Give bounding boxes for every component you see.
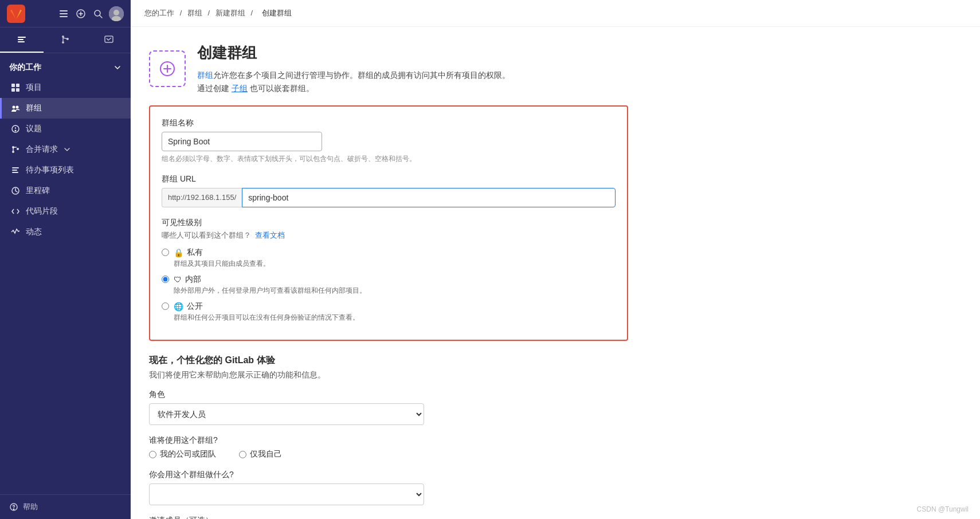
visibility-doc-link[interactable]: 查看文档	[255, 231, 285, 239]
url-field-group: http://192.168.1.155/	[162, 188, 616, 207]
sidebar-item-milestones[interactable]: 里程碑	[0, 180, 131, 201]
group-url-group: 群组 URL http://192.168.1.155/	[162, 174, 616, 207]
svg-point-15	[62, 36, 64, 38]
svg-rect-36	[12, 172, 18, 173]
svg-point-10	[113, 10, 119, 15]
visibility-private: 🔒 私有 群组及其项目只能由成员查看。	[162, 247, 616, 269]
group-name-label: 群组名称	[162, 118, 616, 128]
usage-group: 谁将使用这个群组? 我的公司或团队 仅我自己	[149, 435, 628, 459]
group-name-hint: 组名必须以字母、数字、表情或下划线开头，可以包含句点、破折号、空格和括号。	[162, 154, 616, 164]
sidebar-header	[0, 0, 131, 27]
sidebar: 你的工作 项目 群组 议题 合并请求 待办事项列表 里程碑	[0, 0, 131, 519]
svg-rect-1	[60, 10, 68, 11]
svg-rect-21	[11, 84, 15, 87]
new-item-icon[interactable]	[75, 7, 87, 20]
group-name-group: 群组名称 组名必须以字母、数字、表情或下划线开头，可以包含句点、破折号、空格和括…	[162, 118, 616, 164]
sidebar-toolbar	[0, 27, 131, 53]
group-icon-box	[149, 50, 186, 87]
personalize-title: 现在，个性化您的 GitLab 体验	[149, 355, 628, 367]
usage-company-radio[interactable]	[149, 451, 156, 458]
visibility-internal-title: 🛡 内部	[174, 274, 366, 285]
visibility-title: 可见性级别	[162, 218, 616, 228]
svg-point-16	[62, 41, 64, 44]
sidebar-item-snippets[interactable]: 代码片段	[0, 201, 131, 222]
usage-company[interactable]: 我的公司或团队	[149, 449, 216, 459]
sidebar-my-work: 你的工作 项目 群组 议题 合并请求 待办事项列表 里程碑	[0, 53, 131, 247]
svg-point-39	[13, 509, 14, 510]
user-avatar[interactable]	[109, 6, 124, 21]
snippets-icon	[11, 207, 20, 216]
help-icon	[9, 502, 18, 512]
breadcrumb-item-2[interactable]: 新建群组	[215, 9, 245, 17]
sidebar-item-todo-list[interactable]: 待办事项列表	[0, 160, 131, 180]
what-select[interactable]	[149, 483, 424, 505]
usage-self[interactable]: 仅我自己	[239, 449, 282, 459]
projects-icon	[11, 83, 20, 92]
visibility-private-radio[interactable]	[162, 249, 169, 256]
visibility-internal-radio[interactable]	[162, 276, 169, 283]
visibility-internal-desc: 除外部用户外，任何登录用户均可查看该群组和任何内部项目。	[174, 286, 366, 296]
toolbar-todo[interactable]	[0, 27, 44, 53]
svg-rect-6	[79, 13, 83, 14]
search-icon[interactable]	[92, 7, 104, 20]
usage-radio-row: 我的公司或团队 仅我自己	[149, 449, 628, 459]
group-link[interactable]: 群组	[197, 70, 213, 80]
svg-rect-13	[18, 39, 23, 40]
group-url-input[interactable]	[242, 188, 616, 207]
personalize-section: 现在，个性化您的 GitLab 体验 我们将使用它来帮助向您展示正确的功能和信息…	[149, 355, 628, 519]
visibility-public-title: 🌐 公开	[174, 301, 359, 312]
toolbar-review[interactable]	[87, 27, 131, 53]
page-description-2: 通过创建 子组 也可以嵌套群组。	[197, 84, 510, 94]
plus-icon	[159, 61, 175, 77]
svg-point-26	[16, 106, 19, 109]
sidebar-item-merge-requests[interactable]: 合并请求	[0, 139, 131, 160]
svg-point-29	[15, 130, 16, 131]
visibility-private-desc: 群组及其项目只能由成员查看。	[174, 259, 270, 269]
svg-line-19	[63, 38, 68, 39]
subgroup-link[interactable]: 子组	[232, 84, 248, 93]
page-header-text: 创建群组 群组允许您在多个项目之间进行管理与协作。群组的成员拥有访问其中所有项目…	[197, 43, 510, 94]
activity-icon	[11, 227, 20, 237]
breadcrumb-item-1[interactable]: 群组	[187, 9, 202, 17]
issues-icon	[11, 124, 20, 133]
sidebar-help[interactable]: 帮助	[0, 494, 131, 519]
sidebar-item-projects[interactable]: 项目	[0, 77, 131, 98]
invite-label: 邀请成员（可选）	[149, 516, 628, 519]
svg-rect-24	[16, 88, 19, 92]
groups-icon	[11, 104, 20, 113]
group-url-label: 群组 URL	[162, 174, 616, 184]
role-group: 角色 软件开发人员 前端开发 后端开发 DevOps工程师 其他	[149, 390, 628, 425]
sidebar-item-issues[interactable]: 议题	[0, 119, 131, 139]
usage-self-radio[interactable]	[239, 451, 246, 458]
svg-point-31	[12, 151, 14, 153]
sidebar-item-groups[interactable]: 群组	[0, 98, 131, 119]
page-description: 群组允许您在多个项目之间进行管理与协作。群组的成员拥有访问其中所有项目的权限。	[197, 69, 510, 81]
visibility-public-radio[interactable]	[162, 302, 169, 310]
svg-rect-14	[18, 41, 25, 42]
role-select[interactable]: 软件开发人员 前端开发 后端开发 DevOps工程师 其他	[149, 403, 424, 425]
main-content: 您的工作 / 群组 / 新建群组 / 创建群组 创建群组 群组允许您在多个项目之…	[131, 0, 980, 519]
toolbar-merge[interactable]	[44, 27, 87, 53]
page-title: 创建群组	[197, 43, 510, 63]
svg-rect-34	[12, 167, 19, 168]
what-group: 你会用这个群组做什么?	[149, 470, 628, 505]
svg-rect-2	[60, 13, 68, 14]
breadcrumb-item-0[interactable]: 您的工作	[144, 9, 174, 17]
visibility-subtitle: 哪些人可以看到这个群组？ 查看文档	[162, 230, 616, 241]
role-label: 角色	[149, 390, 628, 400]
group-name-input[interactable]	[162, 132, 322, 151]
invite-group: 邀请成员（可选） 邀请您的同事，您可以	[149, 516, 628, 519]
svg-rect-35	[12, 170, 17, 171]
svg-point-25	[13, 106, 15, 109]
my-work-header[interactable]: 你的工作	[0, 58, 131, 77]
page-header: 创建群组 群组允许您在多个项目之间进行管理与协作。群组的成员拥有访问其中所有项目…	[149, 43, 628, 94]
visibility-public: 🌐 公开 群组和任何公开项目可以在没有任何身份验证的情况下查看。	[162, 301, 616, 323]
svg-rect-23	[11, 88, 15, 92]
chevron-down-icon	[113, 64, 121, 72]
url-prefix: http://192.168.1.155/	[162, 188, 242, 207]
svg-rect-22	[16, 84, 19, 87]
svg-rect-12	[18, 37, 26, 38]
sidebar-item-activity[interactable]: 动态	[0, 222, 131, 242]
sidebar-toggle-icon[interactable]	[57, 7, 70, 20]
visibility-section: 可见性级别 哪些人可以看到这个群组？ 查看文档 🔒 私有 群组及其项目只能由成员…	[162, 218, 616, 323]
